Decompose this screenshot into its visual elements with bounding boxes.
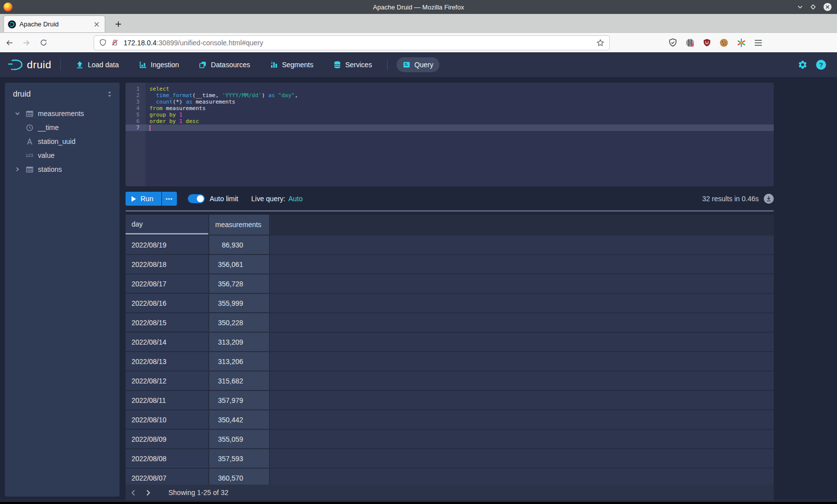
- load-data-icon: [76, 61, 84, 69]
- cell-day[interactable]: 2022/08/16: [126, 294, 208, 312]
- tab-bar: Apache Druid: [0, 14, 837, 33]
- url-field[interactable]: 172.18.0.4:30899/unified-console.html#qu…: [94, 35, 610, 50]
- tree-item-value[interactable]: 123 value: [5, 148, 120, 162]
- cell-day[interactable]: 2022/08/13: [126, 352, 208, 371]
- table-row[interactable]: 2022/08/18 356,061: [126, 255, 774, 273]
- cell-measurements[interactable]: 357,979: [209, 391, 269, 409]
- nav-datasources[interactable]: Datasources: [193, 57, 256, 72]
- cell-measurements[interactable]: 355,059: [209, 430, 269, 448]
- brand-name: druid: [27, 59, 51, 71]
- cell-day[interactable]: 2022/08/19: [126, 236, 208, 254]
- nav-segments[interactable]: Segments: [264, 57, 319, 72]
- table-row[interactable]: 2022/08/08 357,593: [126, 449, 774, 468]
- schema-sidebar: druid measurements __time: [5, 83, 120, 497]
- cell-measurements[interactable]: 350,442: [209, 410, 269, 429]
- new-tab-button[interactable]: [111, 16, 126, 31]
- prev-page-button[interactable]: [126, 485, 140, 501]
- table-row[interactable]: 2022/08/15 350,228: [126, 313, 774, 332]
- window-titlebar[interactable]: Apache Druid — Mozilla Firefox: [0, 0, 837, 14]
- cell-measurements[interactable]: 350,228: [209, 313, 269, 332]
- cell-measurements[interactable]: 86,930: [209, 236, 269, 254]
- table-header: day measurements: [126, 215, 774, 235]
- auto-limit-toggle[interactable]: [188, 194, 205, 203]
- sql-editor[interactable]: 1234567 select time_format(__time, 'YYYY…: [126, 83, 774, 186]
- live-query-value[interactable]: Auto: [288, 195, 303, 203]
- nav-services[interactable]: Services: [327, 57, 378, 72]
- tree-label: station_uuid: [38, 137, 76, 145]
- tree-item-stations[interactable]: stations: [5, 162, 120, 176]
- nav-load-data[interactable]: Load data: [70, 57, 125, 72]
- run-button[interactable]: Run: [126, 192, 161, 206]
- cell-day[interactable]: 2022/08/07: [126, 469, 208, 485]
- reload-button[interactable]: [36, 35, 51, 50]
- table-row[interactable]: 2022/08/11 357,979: [126, 391, 774, 409]
- query-view: 1234567 select time_format(__time, 'YYYY…: [126, 83, 774, 501]
- help-icon[interactable]: ?: [816, 60, 826, 70]
- datasources-icon: [199, 61, 207, 69]
- colorful-asterisk-icon[interactable]: [737, 38, 746, 47]
- cell-day[interactable]: 2022/08/12: [126, 372, 208, 390]
- cell-day[interactable]: 2022/08/08: [126, 449, 208, 468]
- hamburger-menu-icon[interactable]: [754, 39, 762, 46]
- tree-item-station-uuid[interactable]: station_uuid: [5, 134, 120, 148]
- table-row[interactable]: 2022/08/13 313,206: [126, 352, 774, 371]
- bookmark-star-icon[interactable]: [596, 39, 604, 47]
- resize-splitter[interactable]: [126, 210, 774, 212]
- back-button[interactable]: [2, 35, 17, 50]
- cell-day[interactable]: 2022/08/10: [126, 410, 208, 429]
- cell-measurements[interactable]: 356,728: [209, 274, 269, 293]
- browser-tab[interactable]: Apache Druid: [4, 16, 105, 32]
- table-row[interactable]: 2022/08/19 86,930: [126, 236, 774, 254]
- table-row[interactable]: 2022/08/17 356,728: [126, 274, 774, 293]
- maximize-diamond-icon[interactable]: [810, 4, 816, 10]
- table-row[interactable]: 2022/08/14 313,209: [126, 333, 774, 351]
- cell-measurements[interactable]: 360,570: [209, 469, 269, 485]
- table-row[interactable]: 2022/08/10 350,442: [126, 410, 774, 429]
- column-header-day[interactable]: day: [126, 215, 208, 235]
- table-row[interactable]: 2022/08/09 355,059: [126, 430, 774, 448]
- shield-check-icon[interactable]: [669, 38, 677, 47]
- tab-close-icon[interactable]: [93, 21, 101, 28]
- cell-measurements[interactable]: 313,209: [209, 333, 269, 351]
- ublock-origin-icon[interactable]: [703, 38, 711, 47]
- next-page-button[interactable]: [140, 485, 155, 501]
- download-icon[interactable]: [764, 194, 774, 204]
- tree-item-time[interactable]: __time: [5, 121, 120, 134]
- table-row[interactable]: 2022/08/12 315,682: [126, 372, 774, 390]
- cell-measurements[interactable]: 356,061: [209, 255, 269, 273]
- cell-day[interactable]: 2022/08/14: [126, 333, 208, 351]
- code-lines[interactable]: select time_format(__time, 'YYYY/MM/dd')…: [145, 83, 774, 186]
- column-header-measurements[interactable]: measurements: [209, 215, 269, 235]
- cell-measurements[interactable]: 315,682: [209, 372, 269, 390]
- chevron-right-icon[interactable]: [14, 167, 21, 172]
- privacy-badger-icon[interactable]: [686, 38, 695, 47]
- tree-label: measurements: [38, 110, 84, 118]
- nav-label: Datasources: [211, 61, 250, 69]
- more-options-button[interactable]: •••: [162, 192, 177, 206]
- cell-measurements[interactable]: 355,999: [209, 294, 269, 312]
- back-icon: [5, 39, 13, 47]
- minimize-chevron-icon[interactable]: [797, 4, 803, 10]
- settings-gear-icon[interactable]: [798, 60, 808, 70]
- double-caret-sort-icon[interactable]: [107, 91, 113, 98]
- tree-item-measurements[interactable]: measurements: [5, 107, 120, 121]
- results-summary: 32 results in 0.46s: [702, 195, 759, 203]
- cell-day[interactable]: 2022/08/09: [126, 430, 208, 448]
- cell-measurements[interactable]: 357,593: [209, 449, 269, 468]
- cell-measurements[interactable]: 313,206: [209, 352, 269, 371]
- druid-logo[interactable]: druid: [7, 58, 51, 72]
- close-icon[interactable]: [823, 2, 832, 11]
- table-row[interactable]: 2022/08/16 355,999: [126, 294, 774, 312]
- firefox-window: Apache Druid — Mozilla Firefox Apache Dr…: [0, 0, 837, 504]
- auto-limit-label[interactable]: Auto limit: [210, 195, 239, 203]
- table-row[interactable]: 2022/08/07 360,570: [126, 469, 774, 485]
- chevron-down-icon[interactable]: [14, 111, 21, 116]
- nav-ingestion[interactable]: Ingestion: [133, 57, 185, 72]
- cell-day[interactable]: 2022/08/11: [126, 391, 208, 409]
- cell-day[interactable]: 2022/08/15: [126, 313, 208, 332]
- cookie-icon[interactable]: [719, 38, 728, 47]
- nav-query[interactable]: Query: [397, 57, 439, 72]
- cell-day[interactable]: 2022/08/18: [126, 255, 208, 273]
- cell-day[interactable]: 2022/08/17: [126, 274, 208, 293]
- forward-button[interactable]: [19, 35, 34, 50]
